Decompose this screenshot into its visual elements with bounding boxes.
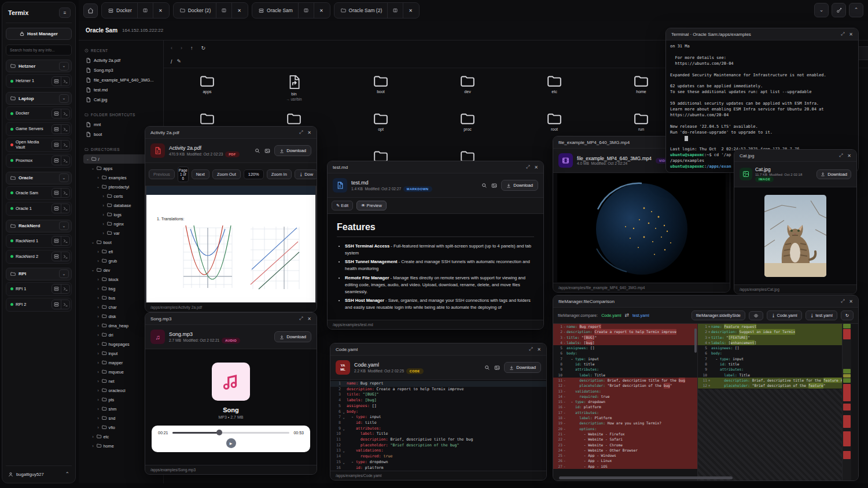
host-item-oracle-1[interactable]: Oracle 1 (6, 202, 72, 216)
host-group-laptop[interactable]: Laptop ⌄ (6, 92, 72, 105)
diff-minimap[interactable] (843, 324, 851, 480)
diff-left-file[interactable]: Code.yaml (601, 313, 621, 318)
host-search-input[interactable]: Search hosts by any info... (6, 45, 72, 56)
chevron-down-icon[interactable]: ⌄ (59, 62, 69, 71)
pdf-previous-button[interactable]: Previous (149, 169, 175, 179)
grid-item-folder[interactable] (164, 112, 251, 125)
grid-item-etc[interactable]: etc (511, 75, 598, 94)
chevron-right-icon[interactable]: › (101, 222, 105, 226)
recent-file-item[interactable]: Song.mp3 (83, 65, 159, 75)
grid-item-proc[interactable]: proc (424, 112, 511, 131)
terminal-button[interactable] (61, 77, 69, 86)
expand-button[interactable]: ⌃ (849, 3, 863, 17)
close-icon[interactable]: ✕ (307, 316, 311, 321)
chevron-down-icon[interactable]: ⌄ (86, 157, 90, 161)
thumbnail-view-icon[interactable] (494, 365, 500, 371)
user-menu[interactable]: bugattiguy527 ⌃ (6, 465, 72, 479)
window-markdown-titlebar[interactable]: test.md ⤢ ✕ (328, 161, 543, 173)
diff-right-file[interactable]: test.yaml (632, 313, 649, 318)
grid-item-opt[interactable]: opt (337, 112, 424, 131)
host-item-racknerd-1[interactable]: RackNerd 1 (6, 234, 72, 248)
host-manager-button[interactable]: Host Manager (6, 28, 72, 40)
host-item-game-servers[interactable]: Game Servers (6, 122, 72, 136)
chevron-down-icon[interactable]: ⌄ (91, 268, 95, 272)
thumbnail-view-icon[interactable] (264, 148, 270, 154)
grid-item-folder[interactable] (251, 112, 337, 125)
chevron-down-icon[interactable]: ⌄ (91, 166, 95, 171)
chevron-down-icon[interactable]: ⌄ (59, 221, 69, 230)
chevron-right-icon[interactable]: › (96, 342, 100, 346)
chevron-right-icon[interactable]: › (96, 352, 100, 356)
file-manager-button[interactable] (52, 252, 61, 261)
host-group-oracle[interactable]: Oracle ⌄ (6, 172, 72, 184)
host-item-oracle-sam[interactable]: Oracle Sam (6, 186, 72, 200)
chevron-down-icon[interactable]: ⌄ (59, 94, 69, 103)
code-editor[interactable]: 1 name: Bug report 2 description: Create… (330, 380, 546, 471)
thumbnail-view-icon[interactable] (491, 183, 497, 188)
window-terminal-titlebar[interactable]: Terminal · Oracle Sam:/apps/examples ⤢ ✕ (666, 28, 858, 40)
download-button[interactable]: Download (504, 362, 541, 373)
expand-icon[interactable]: ⤢ (529, 346, 532, 352)
tab-close-button[interactable]: ✕ (153, 3, 168, 18)
pdf-next-button[interactable]: Next (192, 169, 209, 179)
window-pdf-titlebar[interactable]: Activity 2a.pdf ⤢ ✕ (145, 127, 317, 139)
search-in-file-icon[interactable] (484, 365, 490, 371)
pdf-page-indicator[interactable]: Page 1 of 6 (178, 167, 189, 182)
nav-back-button[interactable]: ‹ (171, 46, 172, 51)
md-preview-button[interactable]: 👁 Preview (356, 201, 387, 210)
expand-icon[interactable]: ⤢ (526, 164, 529, 170)
tab-oracle-sam[interactable]: Oracle Sam ✕ (252, 2, 330, 19)
terminal-button[interactable] (61, 204, 69, 213)
diff-horizontal-scrollbar[interactable] (559, 476, 733, 479)
close-icon[interactable]: ✕ (849, 32, 853, 37)
file-manager-button[interactable] (52, 77, 61, 86)
tab-close-button[interactable]: ✕ (403, 3, 418, 18)
sidebar-menu-button[interactable]: ≡ (59, 8, 71, 18)
search-in-file-icon[interactable] (481, 183, 487, 188)
file-manager-button[interactable] (52, 125, 61, 134)
chevron-right-icon[interactable]: › (96, 333, 100, 337)
window-diff-titlebar[interactable]: fileManager.fileComparison ⤢ ✕ (553, 295, 858, 308)
pdf-zoom-out-button[interactable]: Zoom Out (212, 169, 241, 179)
file-manager-button[interactable] (52, 109, 61, 118)
file-manager-button[interactable] (52, 141, 61, 149)
terminal-button[interactable] (61, 125, 69, 134)
tab-close-button[interactable]: ✕ (232, 3, 247, 18)
close-icon[interactable]: ✕ (847, 153, 851, 158)
tab-split-button[interactable] (388, 3, 403, 18)
chevron-right-icon[interactable]: › (91, 435, 95, 439)
download-right-button[interactable]: ⭳ test.yaml (806, 310, 837, 320)
chevron-right-icon[interactable]: › (96, 278, 100, 282)
tab-close-button[interactable]: ✕ (314, 3, 329, 18)
terminal-button[interactable] (61, 188, 69, 197)
download-button[interactable]: Download (274, 145, 311, 156)
pdf-viewer[interactable]: 1. Translations: (145, 186, 317, 302)
seek-slider[interactable] (172, 432, 290, 434)
chevron-right-icon[interactable]: › (96, 324, 100, 328)
download-button[interactable]: Download (501, 180, 538, 191)
tab-docker[interactable]: Docker ✕ (101, 2, 170, 19)
host-group-rpi[interactable]: RPI ⌄ (6, 268, 72, 280)
terminal-button[interactable] (61, 300, 69, 309)
pdf-zoom-in-button[interactable]: Zoom In (267, 169, 292, 179)
chevron-right-icon[interactable]: › (96, 296, 100, 300)
host-group-racknerd[interactable]: RackNerd ⌄ (6, 220, 72, 232)
tab-docker-2-[interactable]: Docker (2) ✕ (173, 2, 248, 19)
chevron-right-icon[interactable]: › (96, 315, 100, 319)
diff-refresh-button[interactable]: ↻ (841, 310, 854, 320)
seek-thumb[interactable] (216, 430, 222, 435)
window-audio-titlebar[interactable]: Song.mp3 ⤢ ✕ (145, 313, 317, 325)
edit-path-icon[interactable]: ✎ (176, 59, 181, 64)
swap-icon[interactable]: ⇄ (624, 313, 629, 318)
chevron-right-icon[interactable]: › (96, 361, 100, 365)
pdf-download-button[interactable]: ⭳ Dow (295, 169, 317, 179)
chevron-down-icon[interactable]: ⌄ (59, 173, 69, 182)
tab-split-button[interactable] (299, 3, 314, 18)
recent-file-item[interactable]: Cat.jpg (83, 95, 159, 105)
nav-up-button[interactable]: ↑ (190, 46, 193, 51)
side-by-side-button[interactable]: fileManager.sideBySide (692, 310, 745, 320)
close-icon[interactable]: ✕ (307, 130, 311, 135)
expand-icon[interactable]: ⤢ (841, 31, 844, 37)
chevron-right-icon[interactable]: › (96, 389, 100, 393)
chevron-right-icon[interactable]: › (96, 379, 100, 383)
